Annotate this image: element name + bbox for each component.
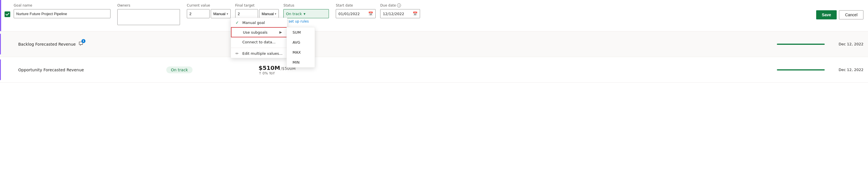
menu-item-connect-label: Connect to data... [242,40,276,44]
row-goal-name: Backlog Forecasted Revenue 1 [18,41,166,47]
start-date-calendar-icon: 📅 [368,11,373,16]
page-container: Goal name Owners Current value Manual ▾ … [0,0,868,178]
goal-checkbox[interactable] [5,11,10,17]
due-date-label-container: Due date i [380,3,420,7]
save-button[interactable]: Save [816,10,837,19]
final-target-mode-dropdown[interactable]: Manual ▾ [259,9,279,18]
status-label: Status [283,3,329,7]
badge-count: 1 [82,39,86,43]
submenu-item-max[interactable]: MAX [287,47,315,57]
goal-edit-row: Goal name Owners Current value Manual ▾ … [0,0,868,31]
menu-item-subgoals[interactable]: ✓ Use subgoals ▶ SUM AVG MAX MIN [231,27,287,37]
table-row: Opportunity Forecasted Revenue On track … [0,57,868,83]
goal-name-column: Goal name [14,3,111,18]
due-date-column: Due date i 12/12/2022 📅 [380,3,420,18]
progress-bar-fill [777,44,825,45]
row-goal-name-text: Backlog Forecasted Revenue [18,42,76,47]
status-value: On track [286,12,302,16]
row-status-area: On track [166,67,252,73]
row-metrics: $372M /$300M ↑ 0% YoY [252,39,772,50]
progress-bar-track [777,69,825,71]
status-chevron-icon: ▾ [304,12,306,16]
manual-check-icon: ✓ [236,20,240,25]
metric-yoy: ↑ 0% YoY [258,71,275,75]
start-date-label: Start date [336,3,376,7]
start-date-input[interactable]: 01/01/2022 📅 [336,9,376,18]
final-target-mode-label: Manual [262,12,274,16]
owners-input-box[interactable] [117,9,180,25]
due-date-input[interactable]: 12/12/2022 📅 [380,9,420,18]
start-date-value: 01/01/2022 [338,12,360,16]
goal-name-label: Goal name [14,3,111,7]
current-value-column: Current value Manual ▾ [187,3,231,18]
row-goal-name-text: Opportunity Forecasted Revenue [18,68,84,72]
current-value-mode-dropdown[interactable]: Manual ▾ [211,9,231,18]
progress-bar-fill [777,69,825,71]
submenu-item-min[interactable]: MIN [287,57,315,67]
setup-rules-link[interactable]: Or set up rules [283,19,329,23]
current-value-inputs: Manual ▾ [187,9,231,18]
goal-name-input[interactable] [14,9,111,18]
start-date-column: Start date 01/01/2022 📅 [336,3,376,18]
menu-item-edit[interactable]: ✏ Edit multiple values... [231,49,287,58]
comment-badge[interactable]: 1 [78,41,84,47]
due-date-label: Due date [380,3,396,7]
due-date-info-icon[interactable]: i [397,3,401,7]
subgoals-arrow-icon: ▶ [279,30,282,34]
edit-pencil-icon: ✏ [236,51,240,56]
current-value-label: Current value [187,3,231,7]
table-row: Backlog Forecasted Revenue 1 $372M /$300… [0,31,868,57]
progress-bar-container [772,69,829,71]
due-date-calendar-icon: 📅 [413,11,417,16]
row-accent [0,0,1,31]
current-value-mode-label: Manual [213,12,225,16]
current-value-chevron-icon: ▾ [227,12,228,16]
final-target-column: Final target Manual ▾ [235,3,279,18]
metric-primary-value: $510M [258,65,280,71]
owners-column: Owners [117,3,180,25]
due-date-value: 12/12/2022 [383,12,404,16]
status-dropdown[interactable]: On track ▾ [283,9,329,18]
row-date: Dec 12, 2022 [829,42,863,46]
row-date: Dec 12, 2022 [829,68,863,72]
cancel-button[interactable]: Cancel [839,10,863,19]
check-icon [5,12,9,16]
status-column: Status On track ▾ Or set up rules [283,3,329,23]
menu-separator [231,48,287,48]
checkbox-area [5,3,10,17]
row-accent [0,34,1,54]
final-target-chevron-icon: ▾ [275,12,276,16]
row-metrics: $510M /$500M ↑ 0% YoY [252,65,772,75]
menu-item-edit-label: Edit multiple values... [242,51,282,56]
submenu-item-sum[interactable]: SUM [287,27,315,37]
owners-label: Owners [117,3,180,7]
mode-dropdown-menu: ✓ Manual goal ✓ Use subgoals ▶ SUM AVG M… [231,18,287,58]
final-target-inputs: Manual ▾ [235,9,279,18]
current-value-number-input[interactable] [187,9,210,18]
action-buttons: Save Cancel [816,3,863,19]
menu-item-connect[interactable]: ✓ Connect to data... [231,37,287,47]
row-accent [0,59,1,80]
progress-bar-track [777,44,825,45]
row-goal-name: Opportunity Forecasted Revenue [18,68,166,72]
final-target-label: Final target [235,3,279,7]
subgoals-submenu: SUM AVG MAX MIN [286,27,315,68]
menu-item-manual[interactable]: ✓ Manual goal [231,18,287,27]
submenu-item-avg[interactable]: AVG [287,37,315,47]
menu-item-subgoals-label: Use subgoals [243,30,268,34]
menu-item-manual-label: Manual goal [242,21,265,25]
on-track-badge: On track [166,67,192,73]
final-target-number-input[interactable] [235,9,258,18]
progress-bar-container [772,44,829,45]
